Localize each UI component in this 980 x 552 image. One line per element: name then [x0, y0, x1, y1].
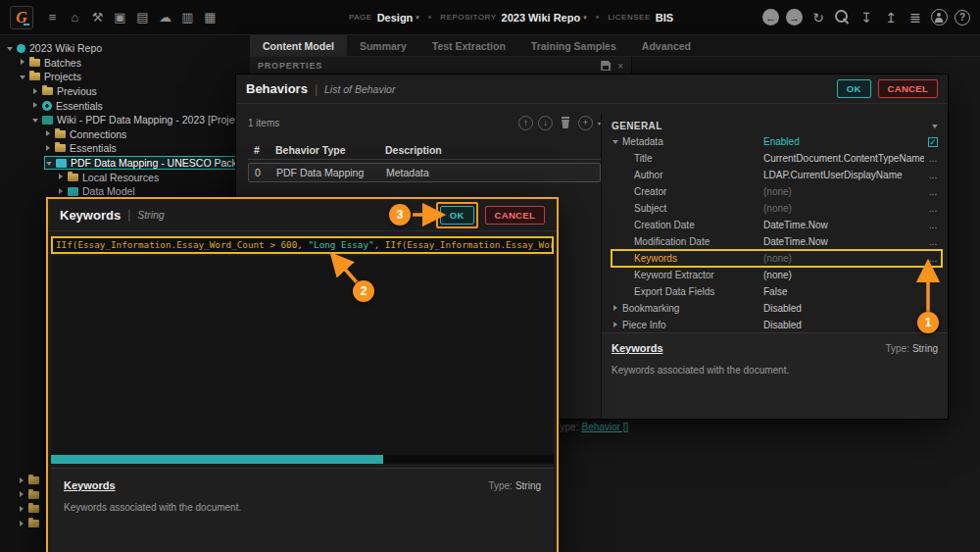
ellipsis-button[interactable]: ... [924, 220, 942, 230]
tree-expander-icon[interactable] [18, 477, 26, 485]
property-value[interactable]: Disabled [763, 303, 924, 314]
property-value[interactable]: (none) [763, 270, 924, 280]
tree-item[interactable]: Essentials [31, 98, 238, 113]
ok-button[interactable]: OK [837, 79, 871, 98]
tree-expander-icon[interactable] [31, 101, 40, 110]
type-value-link[interactable]: Behavior [] [581, 422, 628, 432]
tab-training-samples[interactable]: Training Samples [518, 35, 629, 56]
back-icon[interactable]: ← [762, 9, 779, 25]
general-section-header[interactable]: GENERAL [612, 118, 942, 133]
refresh-icon[interactable]: ↻ [809, 10, 827, 25]
property-value[interactable]: DateTime.Now [763, 220, 924, 230]
property-value[interactable]: Enabled [763, 136, 924, 147]
tab-test-extraction[interactable]: Test Extraction [419, 35, 518, 56]
property-value[interactable]: (none) [763, 186, 924, 197]
export-icon[interactable]: ▤ [131, 10, 154, 25]
meta-value[interactable]: BIS [656, 12, 673, 24]
tree-expander-icon[interactable] [57, 187, 66, 196]
tree-expander-icon[interactable] [18, 520, 26, 528]
tree-item[interactable]: Batches [19, 56, 238, 71]
tree-expander-icon[interactable] [19, 73, 27, 81]
cancel-button[interactable]: CANCEL [878, 79, 938, 98]
property-row-keywords[interactable]: Keywords(none)... [612, 250, 942, 267]
tree-expander-icon[interactable] [45, 159, 54, 168]
download-icon[interactable]: ↧ [858, 10, 875, 25]
tree-item[interactable] [18, 502, 33, 517]
tree-expander-icon[interactable] [18, 490, 26, 499]
property-row-metadata[interactable]: MetadataEnabled✓ [612, 133, 942, 150]
ellipsis-button[interactable]: ... [924, 203, 942, 214]
property-value[interactable]: False [763, 286, 924, 297]
meta-value[interactable]: Design [377, 12, 414, 24]
meta-value[interactable]: 2023 Wiki Repo [502, 12, 581, 24]
ellipsis-button[interactable]: ... [924, 253, 942, 264]
scrollbar-thumb[interactable] [51, 455, 383, 464]
tree-item[interactable]: Wiki - PDF Data Mapping - 2023 [Project] [31, 113, 238, 127]
property-row-piece-info[interactable]: Piece InfoDisabled [612, 317, 942, 332]
upload-icon[interactable]: ↥ [882, 10, 900, 25]
ellipsis-button[interactable]: ... [924, 186, 942, 197]
expander-icon[interactable] [612, 304, 620, 313]
property-row-bookmarking[interactable]: BookmarkingDisabled [612, 300, 942, 317]
tree-item[interactable]: 2023 Wiki Repo [6, 41, 238, 56]
property-value[interactable]: (none) [763, 253, 924, 264]
tree-item[interactable]: Local Resources [57, 170, 238, 184]
cloud-upload-icon[interactable]: ☁ [154, 10, 176, 25]
ellipsis-button[interactable]: ... [924, 236, 942, 247]
tree-expander-icon[interactable] [19, 58, 27, 67]
move-down-icon[interactable]: ↓ [538, 116, 553, 130]
stats-icon[interactable]: ▦ [199, 10, 221, 25]
ok-button[interactable]: OK [440, 206, 474, 225]
expander-icon[interactable] [612, 321, 620, 329]
home-icon[interactable]: ⌂ [64, 10, 86, 25]
tools-icon[interactable]: ⚒ [86, 10, 109, 25]
tree-item[interactable] [18, 474, 33, 488]
tree-expander-icon[interactable] [31, 87, 40, 96]
horizontal-scrollbar[interactable] [51, 455, 554, 464]
delete-icon[interactable] [561, 117, 570, 128]
ellipsis-button[interactable]: ... [924, 170, 942, 180]
ellipsis-button[interactable]: ... [924, 153, 942, 164]
tree-item[interactable]: Previous [31, 84, 238, 99]
property-row-keyword-extractor[interactable]: Keyword Extractor(none) [612, 267, 942, 283]
property-row-modification-date[interactable]: Modification DateDateTime.Now... [612, 233, 942, 250]
property-value[interactable]: (none) [763, 203, 924, 214]
menu-icon[interactable]: ≡ [41, 10, 64, 25]
property-value[interactable]: Disabled [763, 320, 924, 330]
batches-icon[interactable]: ▣ [109, 10, 131, 25]
tree-item[interactable]: Projects [19, 70, 238, 84]
move-up-icon[interactable]: ↑ [518, 116, 533, 130]
property-value[interactable]: LDAP.CurrentUserDisplayName [763, 170, 924, 180]
property-row-title[interactable]: TitleCurrentDocument.ContentTypeName... [612, 150, 942, 167]
expression-input[interactable]: IIf(Essay_Information.Essay_Word_Count >… [51, 236, 554, 254]
checkbox-checked[interactable]: ✓ [928, 137, 938, 147]
expression-editor-area[interactable] [51, 256, 554, 455]
tree-expander-icon[interactable] [6, 44, 15, 53]
property-value[interactable]: CurrentDocument.ContentTypeName [763, 153, 924, 164]
add-icon[interactable]: + [578, 116, 593, 130]
tree-expander-icon[interactable] [44, 129, 53, 138]
chevron-down-icon[interactable] [931, 122, 940, 130]
tree-item[interactable]: Connections [44, 127, 238, 142]
tab-content-model[interactable]: Content Model [250, 35, 347, 56]
layers-icon[interactable]: ≣ [906, 10, 924, 25]
tree-expander-icon[interactable] [31, 116, 40, 125]
tree-item[interactable]: Essentials [44, 141, 238, 156]
property-row-creator[interactable]: Creator(none)... [612, 183, 942, 200]
tree-expander-icon[interactable] [57, 173, 66, 181]
tree-expander-icon[interactable] [18, 505, 26, 514]
property-row-author[interactable]: AuthorLDAP.CurrentUserDisplayName... [612, 167, 942, 183]
search-icon[interactable] [834, 9, 851, 25]
table-row[interactable]: 0PDF Data MappingMetadata [248, 163, 601, 182]
app-logo[interactable]: G [10, 6, 33, 29]
property-row-export-data-fields[interactable]: Export Data FieldsFalse [612, 283, 942, 300]
forward-icon[interactable]: → [786, 9, 803, 25]
save-icon[interactable] [601, 61, 611, 71]
close-icon[interactable]: × [617, 61, 623, 72]
tree-expander-icon[interactable] [44, 144, 53, 153]
property-row-subject[interactable]: Subject(none)... [612, 200, 942, 217]
imports-icon[interactable]: ▥ [176, 10, 199, 25]
user-icon[interactable] [931, 9, 948, 25]
property-value[interactable]: DateTime.Now [763, 236, 924, 247]
tab-summary[interactable]: Summary [347, 35, 419, 56]
